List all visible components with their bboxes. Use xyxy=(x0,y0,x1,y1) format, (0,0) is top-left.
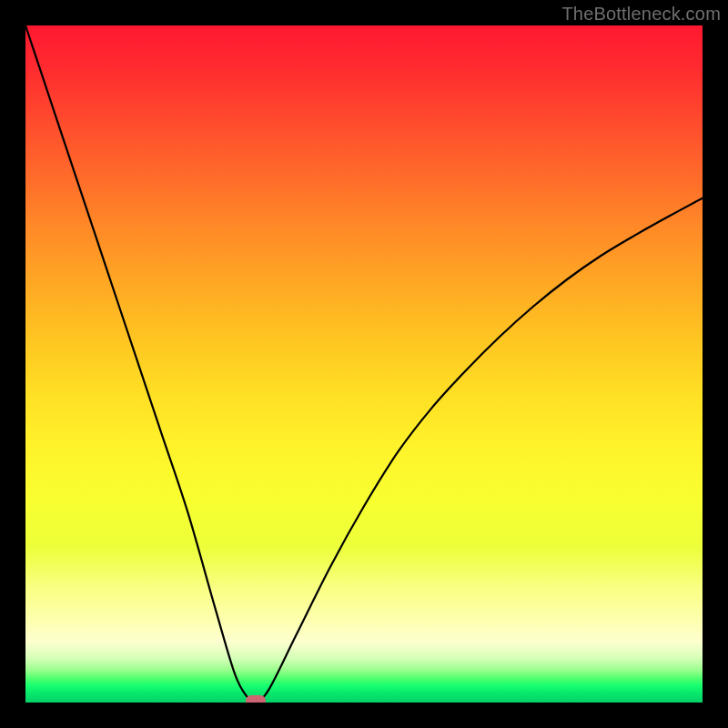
watermark-text: TheBottleneck.com xyxy=(561,4,721,25)
plot-area xyxy=(25,25,703,703)
chart-frame: TheBottleneck.com xyxy=(0,0,728,728)
bottleneck-curve xyxy=(25,25,703,703)
optimum-marker xyxy=(246,695,266,703)
